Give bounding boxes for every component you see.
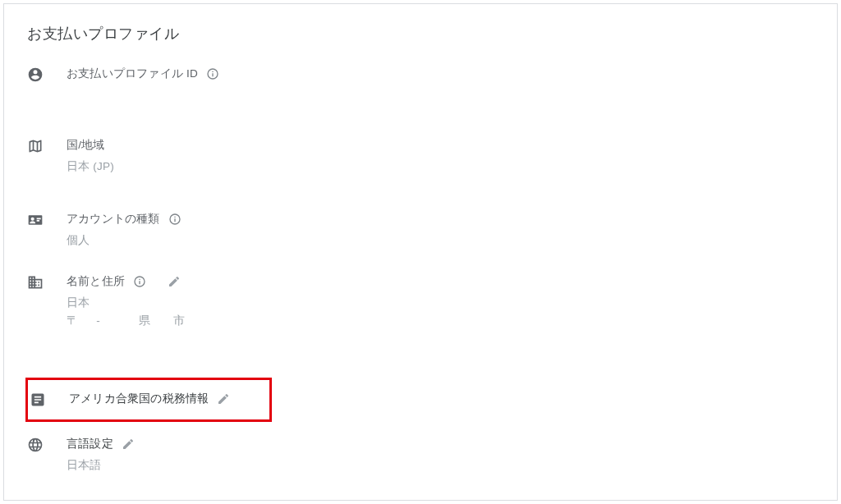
globe-icon <box>27 437 67 453</box>
name-address-value1: 日本 <box>67 296 814 310</box>
map-icon <box>27 138 67 154</box>
name-address-label: 名前と住所 <box>67 274 125 289</box>
profile-id-label: お支払いプロファイル ID <box>67 66 198 81</box>
edit-icon[interactable] <box>122 438 135 451</box>
person-icon <box>27 66 67 83</box>
badge-icon <box>27 212 67 228</box>
account-type-label: アカウントの種類 <box>67 212 160 227</box>
language-value: 日本語 <box>67 458 814 473</box>
country-label: 国/地域 <box>67 138 105 153</box>
edit-icon[interactable] <box>168 275 181 288</box>
us-tax-label: アメリカ合衆国の税務情報 <box>69 392 209 406</box>
row-country: 国/地域 日本 (JP) <box>11 133 830 179</box>
info-icon[interactable] <box>206 67 219 80</box>
language-label: 言語設定 <box>67 437 113 451</box>
article-icon <box>30 392 69 408</box>
business-icon <box>27 274 67 291</box>
payment-profile-card: お支払いプロファイル お支払いプロファイル ID 国/地域 日本 (JP) <box>3 3 838 501</box>
info-icon[interactable] <box>133 275 146 288</box>
row-name-address: 名前と住所 日本 〒 - 県 市 <box>11 269 830 333</box>
us-tax-highlight: アメリカ合衆国の税務情報 <box>25 378 272 422</box>
profile-id-value <box>67 88 814 100</box>
country-value: 日本 (JP) <box>67 159 814 174</box>
edit-icon[interactable] <box>217 392 230 405</box>
account-type-value: 個人 <box>67 233 814 248</box>
name-address-value2: 〒 - 県 市 <box>67 314 814 328</box>
card-title: お支払いプロファイル <box>11 24 830 44</box>
info-icon[interactable] <box>168 213 182 226</box>
row-account-type: アカウントの種類 個人 <box>11 207 830 253</box>
row-language: 言語設定 日本語 <box>11 432 830 478</box>
row-profile-id: お支払いプロファイル ID <box>11 62 830 105</box>
